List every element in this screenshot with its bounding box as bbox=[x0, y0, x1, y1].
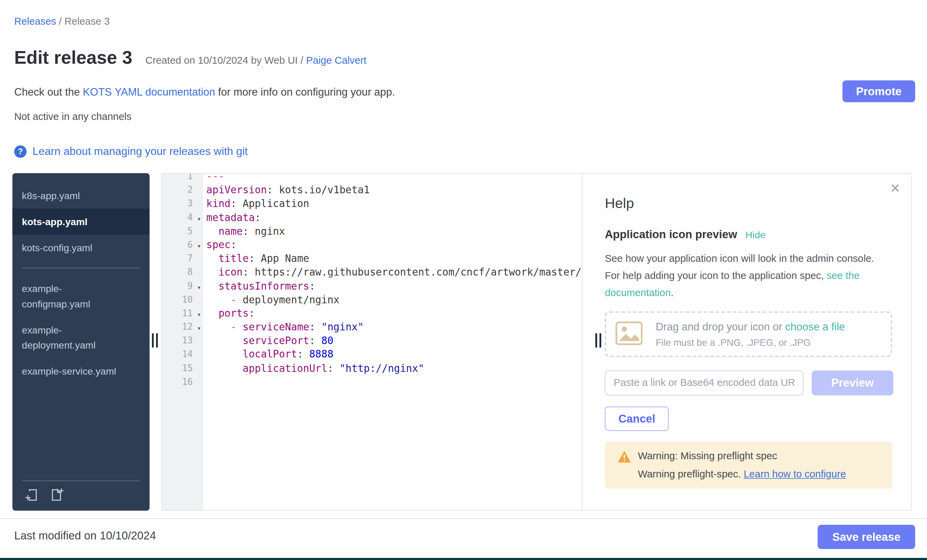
file-list-divider bbox=[22, 268, 140, 269]
code-row[interactable]: 5 name: nginx bbox=[162, 225, 582, 238]
fold-arrow-icon[interactable]: ▾ bbox=[197, 212, 201, 226]
breadcrumb: Releases / Release 3 bbox=[14, 16, 110, 28]
code-text: --- bbox=[202, 174, 225, 184]
help-panel: ✕ Help Application icon preview Hide See… bbox=[582, 174, 911, 510]
promote-button[interactable]: Promote bbox=[842, 80, 915, 102]
icon-preview-title: Application icon preview bbox=[605, 228, 737, 241]
help-panel-resize-handle[interactable] bbox=[596, 334, 603, 348]
editor-box: 1---2apiVersion: kots.io/v1beta13kind: A… bbox=[161, 173, 912, 511]
line-number: 5 bbox=[162, 225, 202, 238]
warning-text: Warning: Missing preflight spec Warning … bbox=[638, 450, 846, 489]
code-text: apiVersion: kots.io/v1beta1 bbox=[202, 184, 370, 197]
line-number: 14 bbox=[162, 348, 202, 361]
workspace: k8s-app.yamlkots-app.yamlkots-config.yam… bbox=[12, 173, 912, 511]
icon-url-row: Preview bbox=[605, 370, 894, 395]
file-item[interactable]: kots-app.yaml bbox=[12, 209, 149, 235]
file-item[interactable]: k8s-app.yaml bbox=[12, 183, 149, 209]
sidebar-resize-handle[interactable] bbox=[152, 334, 160, 348]
warning-icon bbox=[617, 450, 631, 489]
icon-dropzone[interactable]: Drag and drop your icon or choose a file… bbox=[605, 311, 892, 357]
code-lines: 1---2apiVersion: kots.io/v1beta13kind: A… bbox=[162, 174, 582, 389]
dropzone-text: Drag and drop your icon or choose a file… bbox=[655, 321, 845, 348]
code-text: name: nginx bbox=[202, 225, 285, 238]
code-text: statusInformers: bbox=[202, 279, 315, 293]
code-text: title: App Name bbox=[202, 252, 309, 266]
yaml-editor[interactable]: 1---2apiVersion: kots.io/v1beta13kind: A… bbox=[162, 174, 582, 510]
code-text: metadata: bbox=[202, 211, 261, 225]
warning-detail: Warning preflight-spec. Learn how to con… bbox=[638, 469, 846, 481]
icon-url-input[interactable] bbox=[605, 370, 803, 395]
code-row[interactable]: 9▾ statusInformers: bbox=[162, 279, 582, 293]
doc-prefix: Check out the bbox=[14, 87, 83, 98]
git-help-row: ? Learn about managing your releases wit… bbox=[14, 145, 248, 158]
fold-arrow-icon[interactable]: ▾ bbox=[197, 322, 201, 335]
line-number: 8 bbox=[162, 266, 202, 279]
code-text: applicationUrl: "http://nginx" bbox=[202, 361, 424, 375]
hide-link[interactable]: Hide bbox=[745, 229, 766, 241]
code-row[interactable]: 10 - deployment/nginx bbox=[162, 293, 582, 307]
file-item[interactable]: example-configmap.yaml bbox=[12, 276, 149, 317]
help-title: Help bbox=[605, 195, 634, 211]
fold-arrow-icon[interactable]: ▾ bbox=[197, 239, 201, 253]
description-suffix: . bbox=[670, 287, 673, 299]
file-item[interactable]: kots-config.yaml bbox=[12, 235, 149, 261]
save-release-button[interactable]: Save release bbox=[818, 525, 915, 549]
title-row: Edit release 3 Created on 10/10/2024 by … bbox=[14, 47, 366, 68]
icon-preview-section: Application icon preview Hide bbox=[605, 228, 766, 241]
warning-detail-text: Warning preflight-spec. bbox=[638, 469, 743, 480]
line-number: 12▾ bbox=[162, 320, 202, 334]
icon-preview-description: See how your application icon will look … bbox=[605, 250, 889, 301]
sidebar-footer bbox=[22, 481, 140, 511]
close-icon[interactable]: ✕ bbox=[890, 182, 900, 194]
code-row[interactable]: 7 title: App Name bbox=[162, 252, 582, 266]
code-row[interactable]: 11▾ ports: bbox=[162, 307, 582, 320]
created-info: Created on 10/10/2024 by Web UI / Paige … bbox=[145, 55, 366, 67]
git-help-link[interactable]: Learn about managing your releases with … bbox=[33, 145, 248, 158]
author-link[interactable]: Paige Calvert bbox=[306, 55, 366, 66]
breadcrumb-current: Release 3 bbox=[64, 16, 110, 27]
choose-file-link[interactable]: choose a file bbox=[785, 321, 845, 332]
line-number: 2 bbox=[162, 184, 202, 197]
code-row[interactable]: 4▾metadata: bbox=[162, 211, 582, 225]
new-file-icon[interactable] bbox=[50, 488, 64, 502]
fold-arrow-icon[interactable]: ▾ bbox=[197, 308, 201, 322]
code-row[interactable]: 13 servicePort: 80 bbox=[162, 334, 582, 348]
code-row[interactable]: 8 icon: https://raw.githubusercontent.co… bbox=[162, 266, 582, 279]
warning-box: Warning: Missing preflight spec Warning … bbox=[605, 442, 892, 489]
code-row[interactable]: 14 localPort: 8888 bbox=[162, 348, 582, 361]
file-item[interactable]: example-deployment.yaml bbox=[12, 317, 149, 358]
footer-divider bbox=[0, 518, 927, 519]
code-row[interactable]: 1--- bbox=[162, 174, 582, 184]
learn-configure-link[interactable]: Learn how to configure bbox=[743, 469, 846, 480]
line-number: 4▾ bbox=[162, 211, 202, 225]
question-circle-icon[interactable]: ? bbox=[14, 145, 26, 157]
doc-suffix: for more info on configuring your app. bbox=[215, 87, 395, 98]
code-text: ports: bbox=[202, 307, 255, 320]
line-number: 15 bbox=[162, 361, 202, 375]
fold-arrow-icon[interactable]: ▾ bbox=[197, 280, 201, 294]
line-number: 7 bbox=[162, 252, 202, 266]
code-row[interactable]: 16 bbox=[162, 375, 582, 389]
code-row[interactable]: 15 applicationUrl: "http://nginx" bbox=[162, 361, 582, 375]
file-list: k8s-app.yamlkots-app.yamlkots-config.yam… bbox=[12, 173, 149, 384]
code-text: kind: Application bbox=[202, 197, 309, 211]
bottom-accent-bar bbox=[0, 558, 927, 560]
line-number: 3 bbox=[162, 197, 202, 211]
code-row[interactable]: 3kind: Application bbox=[162, 197, 582, 211]
code-row[interactable]: 2apiVersion: kots.io/v1beta1 bbox=[162, 184, 582, 197]
cancel-button[interactable]: Cancel bbox=[605, 407, 669, 431]
code-text: servicePort: 80 bbox=[202, 334, 334, 348]
image-placeholder-icon bbox=[615, 321, 643, 347]
code-row[interactable]: 12▾ - serviceName: "nginx" bbox=[162, 320, 582, 334]
doc-row: Check out the KOTS YAML documentation fo… bbox=[14, 87, 395, 99]
last-modified: Last modified on 10/10/2024 bbox=[14, 530, 156, 543]
line-number: 16 bbox=[162, 375, 202, 389]
breadcrumb-releases-link[interactable]: Releases bbox=[14, 16, 56, 27]
code-row[interactable]: 6▾spec: bbox=[162, 238, 582, 252]
file-item[interactable]: example-service.yaml bbox=[12, 358, 149, 384]
dropzone-hint: File must be a .PNG, .JPEG, or .JPG bbox=[655, 337, 845, 348]
upload-file-icon[interactable] bbox=[24, 488, 39, 502]
line-number: 6▾ bbox=[162, 238, 202, 252]
preview-button[interactable]: Preview bbox=[812, 370, 894, 395]
kots-yaml-doc-link[interactable]: KOTS YAML documentation bbox=[83, 87, 215, 98]
